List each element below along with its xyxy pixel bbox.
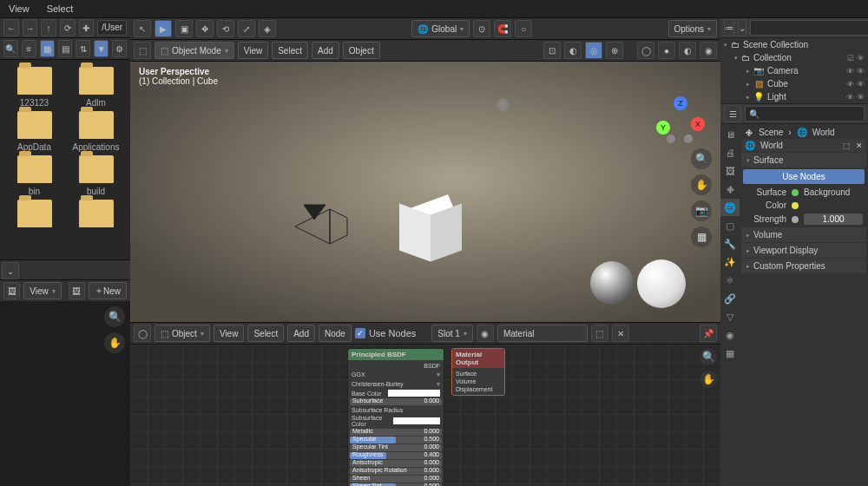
folder-item[interactable]: [65, 200, 127, 231]
grid-view-icon[interactable]: ▦: [40, 40, 55, 57]
image-select-icon[interactable]: 🖼: [69, 282, 85, 299]
editor-type-icon[interactable]: ≔: [724, 19, 734, 36]
tab-physics[interactable]: ⚛: [720, 272, 740, 289]
folder-item[interactable]: build: [65, 155, 127, 196]
folder-item[interactable]: AppData: [3, 111, 65, 152]
slot-dropdown[interactable]: Slot 1▾: [431, 325, 473, 342]
outliner-item[interactable]: ▸▨Cube👁👁: [720, 77, 868, 90]
node-value-slider[interactable]: Roughness0.400: [350, 452, 442, 459]
pin-icon[interactable]: 📌: [700, 325, 717, 342]
editor-type-icon[interactable]: ◯: [134, 325, 151, 342]
shade-solid-icon[interactable]: ●: [658, 42, 675, 59]
up-button[interactable]: ↑: [41, 19, 56, 36]
menu-item[interactable]: Select: [38, 3, 82, 14]
panel-custom-properties[interactable]: ▸Custom Properties: [741, 259, 866, 273]
axis-neg[interactable]: [684, 135, 693, 143]
panel-surface[interactable]: ▾Surface: [741, 153, 866, 167]
node-value-slider[interactable]: Specular Tint0.000: [350, 444, 442, 451]
tab-render[interactable]: 🖥: [720, 126, 740, 143]
overlay-toggle-icon[interactable]: ◐: [564, 42, 582, 59]
navigation-gizmo[interactable]: Z X Y: [656, 100, 705, 148]
editor-type-icon[interactable]: 🖼: [3, 282, 20, 299]
editor-type-icon[interactable]: ⬚: [134, 42, 151, 59]
display-mode-icon[interactable]: ⌄: [2, 262, 19, 279]
axis-y[interactable]: Y: [656, 121, 670, 135]
properties-search[interactable]: [745, 106, 865, 122]
strength-field[interactable]: 1.000: [804, 213, 863, 225]
material-name-field[interactable]: Material: [497, 325, 588, 342]
rotate-tool-icon[interactable]: ⟲: [217, 20, 234, 37]
use-nodes-checkbox[interactable]: ✓: [355, 328, 365, 338]
pivot-icon[interactable]: ⊙: [473, 20, 490, 37]
cursor-tool-icon[interactable]: ↖: [134, 20, 151, 37]
sort-icon[interactable]: ⇅: [76, 40, 90, 57]
node-value-slider[interactable]: Sheen0.000: [350, 476, 442, 483]
node-menu-view[interactable]: View: [214, 325, 245, 342]
use-nodes-button[interactable]: Use Nodes: [743, 169, 865, 184]
node-menu-add[interactable]: Add: [287, 325, 315, 342]
tab-modifiers[interactable]: 🔧: [720, 235, 740, 253]
principled-bsdf-node[interactable]: Principled BSDF BSDF GGX▾ Christensen-Bu…: [347, 348, 444, 486]
scale-tool-icon[interactable]: ⤢: [238, 20, 255, 37]
collection-row[interactable]: ▾🗀Collection ☑👁: [720, 51, 868, 64]
shading-toggle-icon[interactable]: ⊕: [606, 42, 623, 59]
image-view-dropdown[interactable]: View▾: [23, 282, 62, 299]
tab-data[interactable]: ▽: [720, 308, 740, 325]
tab-scene[interactable]: 🟇: [720, 181, 740, 198]
panel-volume[interactable]: ▸Volume: [741, 227, 866, 242]
thumb-view-icon[interactable]: ▤: [58, 40, 73, 57]
folder-item[interactable]: bin: [3, 155, 65, 196]
shade-render-icon[interactable]: ◉: [700, 42, 717, 59]
viewport-menu-object[interactable]: Object: [343, 42, 380, 59]
material-output-node[interactable]: Material Output Surface Volume Displacem…: [451, 348, 505, 396]
folder-item[interactable]: Adlm: [65, 67, 127, 108]
unlink-icon[interactable]: ✕: [612, 325, 629, 342]
node-value-slider[interactable]: Subsurface0.000: [350, 398, 442, 405]
orientation-dropdown[interactable]: 🌐 Global▾: [411, 20, 470, 37]
axis-x[interactable]: X: [691, 117, 705, 131]
new-material-icon[interactable]: ⬚: [591, 325, 608, 342]
new-folder-button[interactable]: ✚: [79, 19, 95, 36]
refresh-button[interactable]: ⟳: [60, 19, 76, 36]
viewport-menu-select[interactable]: Select: [272, 42, 308, 59]
transform-tool-icon[interactable]: ◈: [259, 20, 276, 37]
editor-type-icon[interactable]: ☰: [724, 105, 741, 122]
node-value-slider[interactable]: Anisotropic Rotation0.000: [350, 468, 442, 475]
tab-world[interactable]: 🌐: [720, 199, 740, 216]
outliner-item[interactable]: ▸💡Light👁👁: [720, 90, 868, 103]
list-view-icon[interactable]: ≡: [22, 40, 36, 57]
menu-item[interactable]: View: [0, 3, 38, 14]
tab-output[interactable]: 🖨: [720, 144, 740, 161]
strength-row[interactable]: Strength 1.000: [741, 212, 866, 227]
display-mode-icon[interactable]: ⌄: [738, 19, 746, 36]
xray-icon[interactable]: ◎: [585, 42, 602, 59]
tab-particles[interactable]: ✨: [720, 253, 740, 271]
world-datablock[interactable]: 🌐World ⬚✕: [741, 139, 866, 152]
box-select-icon[interactable]: ▣: [175, 20, 193, 37]
image-editor-viewport[interactable]: 🔍 ✋: [0, 301, 130, 486]
tab-material[interactable]: ◉: [720, 326, 740, 344]
viewport-menu-view[interactable]: View: [238, 42, 269, 59]
pan-icon[interactable]: ✋: [691, 174, 712, 195]
pan-icon[interactable]: ✋: [104, 332, 125, 353]
folder-item[interactable]: [3, 200, 65, 231]
outliner-item[interactable]: ▸📷Camera👁👁: [720, 64, 868, 77]
select-tool-icon[interactable]: ▶: [155, 20, 172, 37]
color-row[interactable]: Color: [741, 199, 866, 212]
zoom-icon[interactable]: 🔍: [700, 348, 717, 365]
node-menu-select[interactable]: Select: [247, 325, 284, 342]
tab-object[interactable]: ▢: [720, 217, 740, 234]
folder-item[interactable]: Applications: [65, 111, 127, 152]
proportional-edit-icon[interactable]: ○: [515, 20, 532, 37]
perspective-toggle-icon[interactable]: ▦: [691, 227, 712, 247]
filter-icon[interactable]: ▼: [94, 40, 108, 57]
zoom-icon[interactable]: 🔍: [691, 148, 712, 169]
3d-viewport[interactable]: User Perspective (1) Collection | Cube Z…: [130, 62, 720, 322]
camera-view-icon[interactable]: 📷: [691, 200, 712, 221]
material-browse-icon[interactable]: ◉: [477, 325, 494, 342]
cube-object[interactable]: [399, 200, 460, 261]
pan-icon[interactable]: ✋: [700, 371, 717, 388]
viewport-menu-add[interactable]: Add: [312, 42, 339, 59]
light-object[interactable]: ✺: [495, 95, 510, 117]
shade-wire-icon[interactable]: ◯: [637, 42, 654, 59]
